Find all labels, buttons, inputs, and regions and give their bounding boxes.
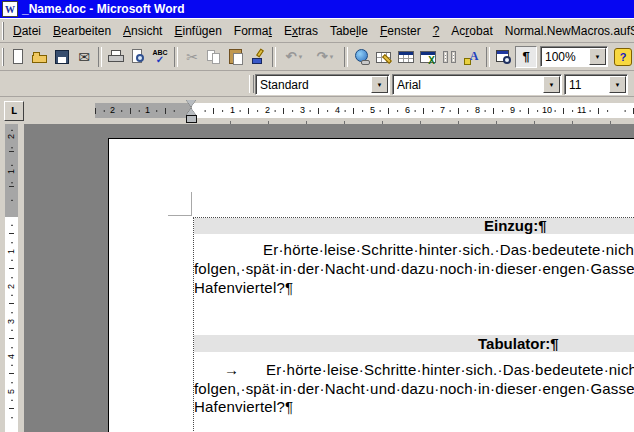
first-line-indent-marker[interactable] bbox=[186, 100, 196, 107]
heading-shading-band bbox=[194, 218, 634, 234]
help-question-icon: ? bbox=[614, 48, 632, 66]
tables-borders-button[interactable] bbox=[373, 46, 395, 68]
insert-hyperlink-button[interactable] bbox=[351, 46, 373, 68]
font-combobox[interactable]: Arial ▼ bbox=[392, 74, 562, 95]
font-size-dropdown-button[interactable]: ▼ bbox=[609, 76, 626, 93]
document-page[interactable]: Einzug:¶ Er·hörte·leise·Schritte·hinter·… bbox=[108, 138, 634, 432]
ruler-row: L 2 1 1 2 3 4 5 6 7 8 9 10 11 bbox=[0, 97, 634, 124]
tab-selector-button[interactable]: L bbox=[4, 101, 24, 121]
section-heading: Einzug:¶ bbox=[484, 218, 547, 234]
vertical-ruler[interactable]: 1 2 3 4 5 bbox=[5, 217, 18, 432]
menu-einfuegen[interactable]: Einfügen bbox=[168, 22, 227, 40]
toolbar-separator bbox=[486, 47, 490, 67]
word-app-icon[interactable]: W bbox=[2, 1, 18, 17]
style-value: Standard bbox=[256, 78, 371, 92]
save-floppy-icon bbox=[53, 48, 71, 66]
toolbar-separator bbox=[174, 47, 178, 67]
clipboard-icon bbox=[227, 48, 245, 66]
pilcrow-icon: ¶ bbox=[522, 49, 529, 64]
save-button[interactable] bbox=[51, 46, 73, 68]
print-button[interactable] bbox=[105, 46, 127, 68]
window-magnifier-icon bbox=[495, 48, 513, 66]
section-heading: Tabulator:¶ bbox=[478, 336, 559, 352]
toolbar-separator bbox=[272, 47, 276, 67]
document-map-button[interactable] bbox=[493, 46, 515, 68]
show-paragraph-marks-button[interactable]: ¶ bbox=[515, 46, 537, 68]
excel-table-icon: X bbox=[419, 48, 437, 66]
menu-datei[interactable]: Datei bbox=[7, 22, 47, 40]
body-line: Er·hörte·leise·Schritte·hinter·sich.·Das… bbox=[266, 362, 634, 378]
chevron-down-icon: ▼ bbox=[595, 54, 601, 60]
cut-button[interactable]: ✂ bbox=[181, 46, 203, 68]
menu-bar: Datei Bearbeiten Ansicht Einfügen Format… bbox=[0, 18, 634, 43]
chevron-down-icon: ▼ bbox=[377, 82, 383, 88]
menu-fenster[interactable]: Fenster bbox=[374, 22, 427, 40]
menu-format[interactable]: Format bbox=[228, 22, 278, 40]
indent-markers[interactable] bbox=[186, 100, 197, 122]
menu-extras[interactable]: Extras bbox=[278, 22, 324, 40]
tab-mark: → bbox=[224, 362, 239, 378]
undo-button[interactable]: ↶▼ bbox=[279, 46, 310, 68]
menu-macro[interactable]: Normal.NewMacros.aufS bbox=[499, 22, 634, 40]
print-preview-button[interactable] bbox=[127, 46, 149, 68]
scissors-icon: ✂ bbox=[186, 50, 198, 64]
menubar-grab-handle[interactable] bbox=[2, 22, 4, 40]
body-line: folgen,·spät·in·der·Nacht·und·dazu·noch·… bbox=[194, 261, 634, 277]
hanging-indent-marker[interactable] bbox=[186, 108, 196, 115]
help-button[interactable]: ? bbox=[612, 46, 634, 68]
standard-toolbar-grab-handle[interactable] bbox=[2, 48, 4, 66]
email-button[interactable]: ✉ bbox=[73, 46, 95, 68]
menu-hilfe[interactable]: ? bbox=[427, 22, 446, 40]
toolbar-separator bbox=[98, 47, 102, 67]
copy-button[interactable] bbox=[203, 46, 225, 68]
left-indent-marker[interactable] bbox=[186, 115, 197, 123]
chevron-down-icon: ▼ bbox=[615, 82, 621, 88]
paste-button[interactable] bbox=[225, 46, 247, 68]
title-bar[interactable]: W _Name.doc - Microsoft Word bbox=[0, 0, 634, 18]
body-line: Hafenviertel?¶ bbox=[194, 280, 293, 296]
columns-icon bbox=[441, 48, 459, 66]
horizontal-ruler[interactable]: 1 2 3 4 5 6 7 8 9 10 11 bbox=[192, 103, 634, 118]
body-line: folgen,·spät·in·der·Nacht·und·dazu·noch·… bbox=[194, 381, 634, 397]
table-grid-icon bbox=[397, 48, 415, 66]
menu-acrobat[interactable]: Acrobat bbox=[445, 22, 498, 40]
new-document-icon bbox=[9, 48, 27, 66]
menu-tabelle[interactable]: Tabelle bbox=[324, 22, 374, 40]
redo-arrow-icon: ↷ bbox=[317, 50, 328, 63]
style-dropdown-button[interactable]: ▼ bbox=[371, 76, 388, 93]
left-tab-icon: L bbox=[11, 105, 18, 117]
open-button[interactable] bbox=[29, 46, 51, 68]
open-folder-icon bbox=[31, 48, 49, 66]
redo-dropdown-icon[interactable]: ▼ bbox=[328, 54, 334, 60]
zoom-dropdown-button[interactable]: ▼ bbox=[589, 48, 606, 65]
spelling-abc-icon: ABC✓ bbox=[151, 48, 169, 66]
formatting-toolbar-grab-handle[interactable] bbox=[249, 75, 254, 93]
print-preview-icon bbox=[129, 48, 147, 66]
columns-button[interactable] bbox=[439, 46, 461, 68]
insert-excel-button[interactable]: X bbox=[417, 46, 439, 68]
copy-icon bbox=[205, 48, 223, 66]
drawing-button[interactable]: A bbox=[461, 46, 483, 68]
font-value: Arial bbox=[393, 78, 543, 92]
menu-ansicht[interactable]: Ansicht bbox=[117, 22, 168, 40]
horizontal-ruler-margin[interactable]: 2 1 bbox=[95, 103, 192, 118]
spelling-button[interactable]: ABC✓ bbox=[149, 46, 171, 68]
redo-button[interactable]: ↷▼ bbox=[310, 46, 341, 68]
zoom-combobox[interactable]: 100% ▼ bbox=[540, 46, 608, 67]
undo-dropdown-icon[interactable]: ▼ bbox=[297, 54, 303, 60]
window-title: _Name.doc - Microsoft Word bbox=[22, 2, 184, 16]
new-document-button[interactable] bbox=[7, 46, 29, 68]
font-size-combobox[interactable]: 11 ▼ bbox=[564, 74, 628, 95]
envelope-icon: ✉ bbox=[78, 50, 90, 64]
standard-toolbar: ✉ ABC✓ ✂ ↶▼ ↷▼ X A ¶ 100% ▼ ? bbox=[0, 43, 634, 71]
font-dropdown-button[interactable]: ▼ bbox=[543, 76, 560, 93]
zoom-value: 100% bbox=[541, 50, 589, 64]
menu-bearbeiten[interactable]: Bearbeiten bbox=[47, 22, 117, 40]
format-painter-button[interactable] bbox=[247, 46, 269, 68]
margin-corner-mark-vertical bbox=[191, 192, 192, 216]
insert-table-button[interactable] bbox=[395, 46, 417, 68]
vertical-ruler-margin[interactable]: 2 1 bbox=[5, 124, 18, 217]
style-combobox[interactable]: Standard ▼ bbox=[255, 74, 390, 95]
body-line: Hafenviertel?¶ bbox=[194, 399, 293, 415]
drawing-icon: A bbox=[463, 48, 481, 66]
